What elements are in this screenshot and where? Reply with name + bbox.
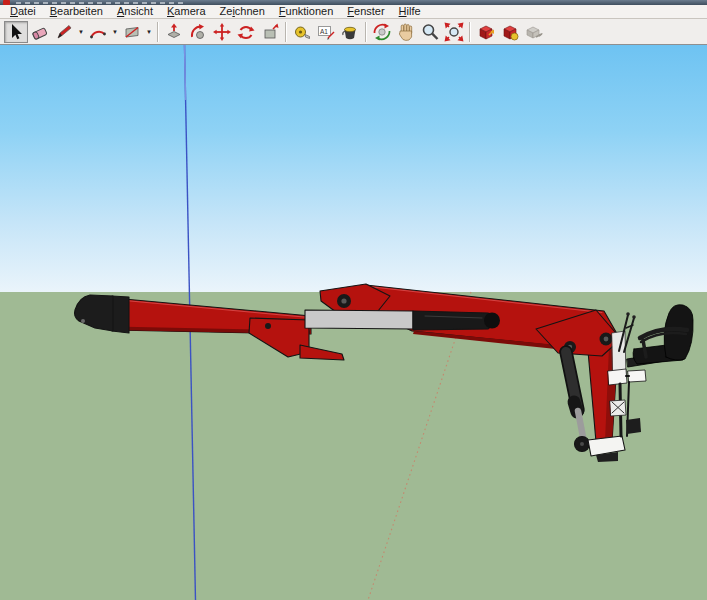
- tool-zoom-button[interactable]: [418, 21, 442, 43]
- tool-arc-button[interactable]: [86, 21, 110, 43]
- toolbar-group-1: ▼▼▼: [4, 20, 154, 44]
- eraser-icon: [30, 22, 50, 42]
- toolbar-group-3: A1: [290, 20, 362, 44]
- tool-pan-button[interactable]: [394, 21, 418, 43]
- toolbar: ▼▼▼A1: [0, 19, 707, 45]
- pan-icon: [396, 22, 416, 42]
- tool-eraser-button[interactable]: [28, 21, 52, 43]
- rotate-icon: [236, 22, 256, 42]
- menu-kamera[interactable]: Kamera: [160, 5, 213, 18]
- tool-text-button[interactable]: A1: [314, 21, 338, 43]
- follow-me-icon: [188, 22, 208, 42]
- menu-hilfe[interactable]: Hilfe: [392, 5, 428, 18]
- toolbar-group-4: [370, 20, 466, 44]
- menu-bar: DateiBearbeitenAnsichtKameraZeichnenFunk…: [0, 5, 707, 19]
- tool-offset-button[interactable]: [258, 21, 282, 43]
- toolbar-group-2: [162, 20, 282, 44]
- tool-rotate-button[interactable]: [234, 21, 258, 43]
- orbit-icon: [372, 22, 392, 42]
- pencil-icon: [54, 22, 74, 42]
- menu-ansicht[interactable]: Ansicht: [110, 5, 160, 18]
- tool-rectangle-button[interactable]: [120, 21, 144, 43]
- tool-share-model-button[interactable]: [498, 21, 522, 43]
- arc-icon: [88, 22, 108, 42]
- push-pull-icon: [164, 22, 184, 42]
- tape-measure-icon: [292, 22, 312, 42]
- offset-icon: [260, 22, 280, 42]
- move-icon: [212, 22, 232, 42]
- select-arrow-icon: [6, 22, 26, 42]
- tool-select-button[interactable]: [4, 21, 28, 43]
- toolbar-separator: [365, 22, 367, 42]
- toolbar-separator: [469, 22, 471, 42]
- tool-arc-dropdown-arrow[interactable]: ▼: [110, 21, 120, 43]
- sketchup-window: DateiBearbeitenAnsichtKameraZeichnenFunk…: [0, 0, 707, 600]
- tool-orbit-button[interactable]: [370, 21, 394, 43]
- toolbar-separator: [285, 22, 287, 42]
- rectangle-icon: [122, 22, 142, 42]
- tool-move-button[interactable]: [210, 21, 234, 43]
- zoom-extents-icon: [444, 22, 464, 42]
- menu-fenster[interactable]: Fenster: [340, 5, 391, 18]
- menu-funktionen[interactable]: Funktionen: [272, 5, 340, 18]
- tool-line-button[interactable]: [52, 21, 76, 43]
- tool-get-models-button[interactable]: [474, 21, 498, 43]
- menu-zeichnen[interactable]: Zeichnen: [213, 5, 272, 18]
- zoom-icon: [420, 22, 440, 42]
- tool-tape-measure-button[interactable]: [290, 21, 314, 43]
- warehouse-share-icon: [500, 22, 520, 42]
- tool-follow-me-button[interactable]: [186, 21, 210, 43]
- menu-bearbeiten[interactable]: Bearbeiten: [43, 5, 110, 18]
- tool-zoom-extents-button[interactable]: [442, 21, 466, 43]
- tool-rectangle-dropdown-arrow[interactable]: ▼: [144, 21, 154, 43]
- tool-line-dropdown-arrow[interactable]: ▼: [76, 21, 86, 43]
- paint-bucket-icon: [340, 22, 360, 42]
- tool-paint-bucket-button[interactable]: [338, 21, 362, 43]
- menu-datei[interactable]: Datei: [3, 5, 43, 18]
- toolbar-separator: [157, 22, 159, 42]
- warehouse-get-icon: [476, 22, 496, 42]
- send-gray-icon: [524, 22, 544, 42]
- window-title-text: [16, 2, 186, 4]
- toolbar-group-5: [474, 20, 546, 44]
- viewport-3d[interactable]: [0, 45, 707, 600]
- tool-send-model-button[interactable]: [522, 21, 546, 43]
- svg-text:A1: A1: [320, 27, 328, 34]
- sky: [0, 45, 707, 292]
- tool-push-pull-button[interactable]: [162, 21, 186, 43]
- text-icon: A1: [316, 22, 336, 42]
